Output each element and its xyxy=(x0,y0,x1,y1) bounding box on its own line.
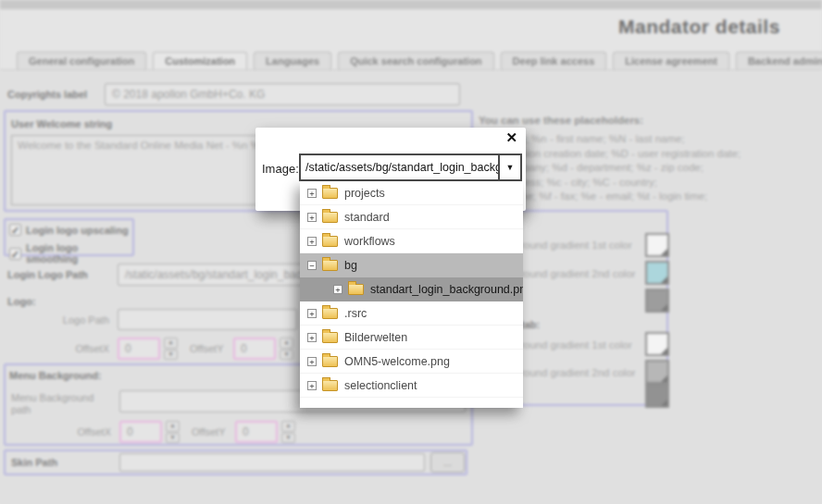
expand-toggle-icon[interactable]: − xyxy=(307,261,317,270)
mandator-details-screen: Mandator details General configuration C… xyxy=(0,0,822,504)
tree-item[interactable]: − bg xyxy=(300,253,523,277)
folder-icon xyxy=(322,236,338,247)
chevron-down-icon: ▼ xyxy=(506,163,515,172)
tree-item-label: Bilderwelten xyxy=(344,331,407,344)
tree-item[interactable]: + OMN5-welcome.png xyxy=(300,350,523,374)
expand-toggle-icon[interactable]: + xyxy=(307,357,317,366)
expand-toggle-icon[interactable]: + xyxy=(307,189,317,198)
tree-item-label: .rsrc xyxy=(344,307,367,320)
combobox-dropdown-button[interactable]: ▼ xyxy=(498,155,520,179)
expand-toggle-icon[interactable]: + xyxy=(307,333,317,342)
image-path-combobox[interactable]: /static/assets/bg/standart_login_backgro… xyxy=(299,154,522,181)
folder-icon xyxy=(322,188,338,199)
tree-item[interactable]: + workflows xyxy=(300,229,523,253)
expand-toggle-icon[interactable]: + xyxy=(307,213,317,222)
tree-item-label: selectionclient xyxy=(344,379,417,392)
expand-toggle-icon[interactable]: + xyxy=(307,381,317,390)
tree-item[interactable]: + standard xyxy=(300,205,523,229)
tree-item[interactable]: + selectionclient xyxy=(300,374,523,398)
folder-icon xyxy=(322,212,338,223)
folder-icon xyxy=(322,308,338,319)
tree-item-label: workflows xyxy=(344,235,395,248)
image-field-label: Image: xyxy=(262,162,299,176)
expand-toggle-icon[interactable]: + xyxy=(333,285,342,294)
tree-item-label: projects xyxy=(344,187,385,200)
tree-item-label: OMN5-welcome.png xyxy=(344,355,450,368)
folder-icon xyxy=(348,284,364,295)
close-icon[interactable]: ✕ xyxy=(505,129,517,146)
folder-icon xyxy=(322,260,338,271)
expand-toggle-icon[interactable]: + xyxy=(307,237,317,246)
expand-toggle-icon[interactable]: + xyxy=(307,309,317,318)
tree-item[interactable]: + projects xyxy=(300,181,523,205)
tree-item-label: bg xyxy=(344,259,357,272)
tree-item-label: standart_login_background.png xyxy=(370,283,523,296)
folder-icon xyxy=(322,380,338,391)
tree-item[interactable]: + standart_login_background.png xyxy=(300,277,523,301)
image-path-value: /static/assets/bg/standart_login_backgro… xyxy=(301,155,498,179)
tree-item[interactable]: + .rsrc xyxy=(300,301,523,326)
tree-item[interactable]: + Bilderwelten xyxy=(300,326,523,350)
tree-item-label: standard xyxy=(344,211,390,224)
folder-icon xyxy=(322,332,338,343)
folder-icon xyxy=(322,356,338,367)
image-path-dropdown-tree: + projects + standard + workflows − bg xyxy=(300,181,523,408)
